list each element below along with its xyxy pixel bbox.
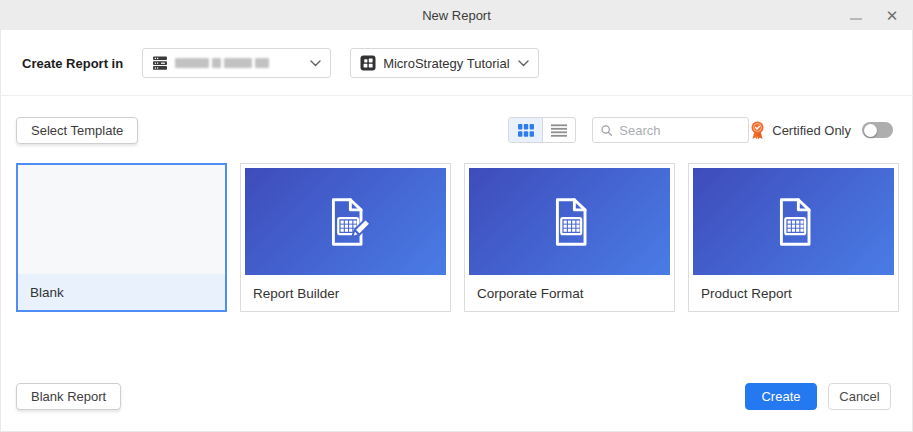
cancel-button[interactable]: Cancel xyxy=(828,383,891,410)
certified-only-toggle[interactable] xyxy=(862,122,893,138)
project-dropdown-value: MicroStrategy Tutorial xyxy=(383,56,509,71)
template-card-label: Report Builder xyxy=(241,275,450,311)
list-view-icon xyxy=(551,124,567,137)
certified-only-label: Certified Only xyxy=(772,123,851,138)
blank-thumbnail xyxy=(18,165,225,274)
close-button[interactable]: ✕ xyxy=(881,4,903,26)
certified-only-filter: Certified Only xyxy=(750,117,893,143)
template-card-label: Blank xyxy=(18,274,225,310)
search-icon xyxy=(601,124,612,137)
document-table-icon xyxy=(539,191,601,253)
chevron-down-icon xyxy=(518,60,529,67)
project-dropdown[interactable]: MicroStrategy Tutorial xyxy=(350,48,539,78)
document-table-icon xyxy=(763,191,825,253)
server-icon xyxy=(152,55,168,71)
template-card-label: Product Report xyxy=(689,275,898,311)
template-card-label: Corporate Format xyxy=(465,275,674,311)
search-box xyxy=(592,117,749,143)
view-mode-toggle xyxy=(508,117,576,143)
toggle-knob xyxy=(864,124,877,137)
grid-view-icon xyxy=(518,124,534,137)
chevron-down-icon xyxy=(310,60,321,67)
corporate-format-thumbnail xyxy=(469,168,670,275)
section-divider xyxy=(0,95,913,96)
blank-report-button[interactable]: Blank Report xyxy=(16,383,121,410)
server-dropdown[interactable] xyxy=(142,48,331,78)
window-title: New Report xyxy=(422,8,491,23)
list-view-button[interactable] xyxy=(542,118,575,142)
minimize-button[interactable] xyxy=(845,4,867,26)
template-card-corporate-format[interactable]: Corporate Format xyxy=(464,163,675,312)
template-card-product-report[interactable]: Product Report xyxy=(688,163,899,312)
document-table-pencil-icon xyxy=(315,191,377,253)
grid-view-button[interactable] xyxy=(509,118,542,142)
create-report-in-row: Create Report in xyxy=(22,48,539,78)
search-input[interactable] xyxy=(619,123,740,138)
window-controls: ✕ xyxy=(845,0,903,30)
title-bar: New Report ✕ xyxy=(0,0,913,30)
template-card-blank[interactable]: Blank xyxy=(16,163,227,312)
redacted-server-name xyxy=(175,58,269,68)
minimize-icon xyxy=(850,18,862,20)
project-grid-icon xyxy=(360,55,376,71)
create-report-in-label: Create Report in xyxy=(22,56,123,71)
create-button[interactable]: Create xyxy=(745,383,817,410)
product-report-thumbnail xyxy=(693,168,894,275)
select-template-button[interactable]: Select Template xyxy=(16,117,138,144)
template-card-report-builder[interactable]: Report Builder xyxy=(240,163,451,312)
report-builder-thumbnail xyxy=(245,168,446,275)
certified-ribbon-icon xyxy=(750,121,765,140)
